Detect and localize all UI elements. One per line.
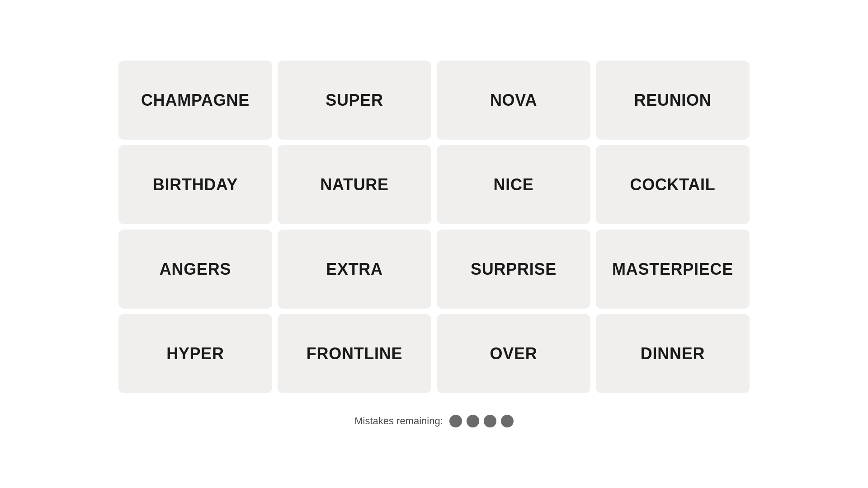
mistake-dot <box>449 415 462 427</box>
cell-label: SURPRISE <box>471 260 557 279</box>
mistake-dot <box>484 415 496 427</box>
cell-label: HYPER <box>166 344 224 363</box>
cell-label: FRONTLINE <box>307 344 402 363</box>
mistakes-dots <box>449 415 514 427</box>
cell-label: BIRTHDAY <box>153 175 238 194</box>
grid-cell[interactable]: OVER <box>437 314 590 393</box>
grid-cell[interactable]: NOVA <box>437 61 590 140</box>
mistakes-label: Mistakes remaining: <box>354 415 443 427</box>
cell-label: MASTERPIECE <box>612 260 733 279</box>
grid-cell[interactable]: FRONTLINE <box>278 314 431 393</box>
cell-label: COCKTAIL <box>630 175 715 194</box>
cell-label: CHAMPAGNE <box>141 91 250 110</box>
cell-label: OVER <box>490 344 538 363</box>
grid-cell[interactable]: HYPER <box>118 314 272 393</box>
grid-cell[interactable]: DINNER <box>596 314 750 393</box>
grid-cell[interactable]: CHAMPAGNE <box>118 61 272 140</box>
grid-cell[interactable]: NATURE <box>278 145 431 224</box>
grid-cell[interactable]: NICE <box>437 145 590 224</box>
grid-cell[interactable]: SUPER <box>278 61 431 140</box>
cell-label: EXTRA <box>326 260 383 279</box>
word-grid: CHAMPAGNESUPERNOVAREUNIONBIRTHDAYNATUREN… <box>118 61 750 393</box>
grid-cell[interactable]: REUNION <box>596 61 750 140</box>
mistakes-row: Mistakes remaining: <box>354 415 514 427</box>
mistake-dot <box>467 415 479 427</box>
cell-label: ANGERS <box>160 260 231 279</box>
cell-label: DINNER <box>641 344 705 363</box>
grid-cell[interactable]: ANGERS <box>118 230 272 309</box>
grid-cell[interactable]: MASTERPIECE <box>596 230 750 309</box>
grid-cell[interactable]: COCKTAIL <box>596 145 750 224</box>
cell-label: SUPER <box>326 91 383 110</box>
cell-label: NATURE <box>320 175 389 194</box>
grid-cell[interactable]: BIRTHDAY <box>118 145 272 224</box>
grid-cell[interactable]: EXTRA <box>278 230 431 309</box>
cell-label: REUNION <box>634 91 711 110</box>
cell-label: NOVA <box>490 91 537 110</box>
mistake-dot <box>501 415 514 427</box>
cell-label: NICE <box>494 175 534 194</box>
grid-cell[interactable]: SURPRISE <box>437 230 590 309</box>
